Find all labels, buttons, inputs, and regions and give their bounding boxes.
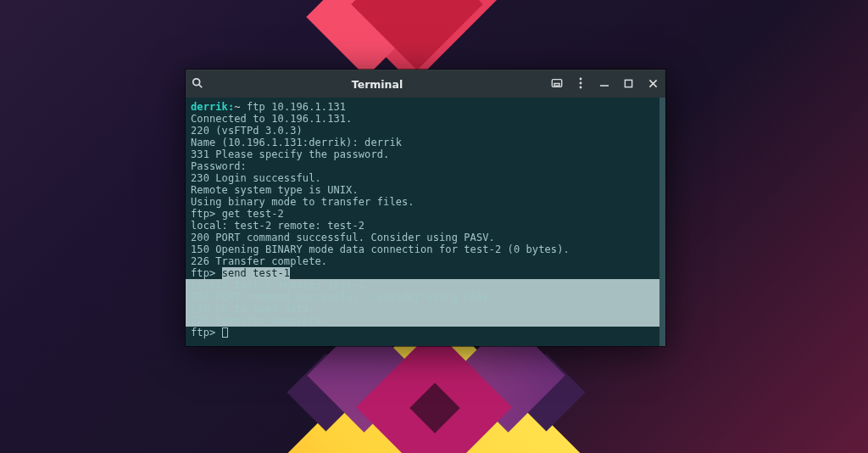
selected-text: 200 PORT command successful. Consider us…: [186, 291, 665, 303]
terminal-line: ftp> get test-2: [191, 208, 665, 220]
ftp-command: get test-2: [222, 208, 284, 220]
terminal-line: 226 Transfer complete.: [191, 255, 665, 267]
terminal-line: ftp> send test-1: [191, 267, 665, 279]
terminal-line: Name (10.196.1.131:derrik): derrik: [191, 137, 665, 148]
scrollbar[interactable]: [659, 98, 665, 346]
svg-rect-8: [625, 80, 632, 87]
window-title: Terminal: [352, 78, 403, 91]
ftp-prompt: ftp>: [191, 327, 222, 338]
svg-point-5: [580, 82, 582, 85]
svg-point-4: [580, 78, 582, 81]
maximize-icon[interactable]: [616, 78, 640, 90]
menu-icon[interactable]: [569, 77, 593, 91]
search-icon[interactable]: [186, 77, 209, 91]
svg-rect-3: [554, 83, 559, 86]
terminal-line: ftp>: [191, 327, 665, 338]
close-icon[interactable]: [640, 78, 665, 90]
ftp-prompt: ftp>: [191, 267, 222, 279]
shell-command: ftp 10.196.1.131: [247, 101, 346, 113]
selected-text: local: test-1 remote: test-1: [186, 279, 665, 291]
terminal-body[interactable]: derrik:~ ftp 10.196.1.131 Connected to 1…: [186, 98, 665, 346]
selected-text: send test-1: [222, 267, 291, 279]
selected-text: 150 Ok to send data.: [186, 303, 665, 315]
cursor: [222, 327, 228, 338]
selected-text: 226 Transfer complete.: [186, 315, 665, 327]
terminal-line: Connected to 10.196.1.131.: [191, 113, 665, 125]
ftp-prompt: ftp>: [191, 208, 222, 220]
terminal-line: Password:: [191, 160, 665, 172]
terminal-line: Remote system type is UNIX.: [191, 184, 665, 196]
terminal-line: 150 Opening BINARY mode data connection …: [191, 243, 665, 255]
svg-point-0: [193, 79, 200, 86]
terminal-line: 200 PORT command successful. Consider us…: [191, 232, 665, 243]
titlebar[interactable]: Terminal: [186, 70, 665, 98]
terminal-line: derrik:~ ftp 10.196.1.131: [191, 101, 665, 113]
terminal-line: local: test-2 remote: test-2: [191, 220, 665, 232]
svg-point-6: [580, 87, 582, 89]
svg-line-1: [199, 85, 203, 88]
minimize-icon[interactable]: [593, 78, 616, 90]
terminal-window: Terminal derrik:~ ftp 10.196.1.131 Conne…: [186, 70, 665, 346]
terminal-line: 331 Please specify the password.: [191, 148, 665, 160]
terminal-line: 220 (vsFTPd 3.0.3): [191, 125, 665, 137]
new-terminal-icon[interactable]: [545, 77, 569, 91]
terminal-line: 230 Login successful.: [191, 172, 665, 184]
terminal-line: Using binary mode to transfer files.: [191, 196, 665, 208]
shell-prompt: derrik:: [191, 101, 234, 113]
